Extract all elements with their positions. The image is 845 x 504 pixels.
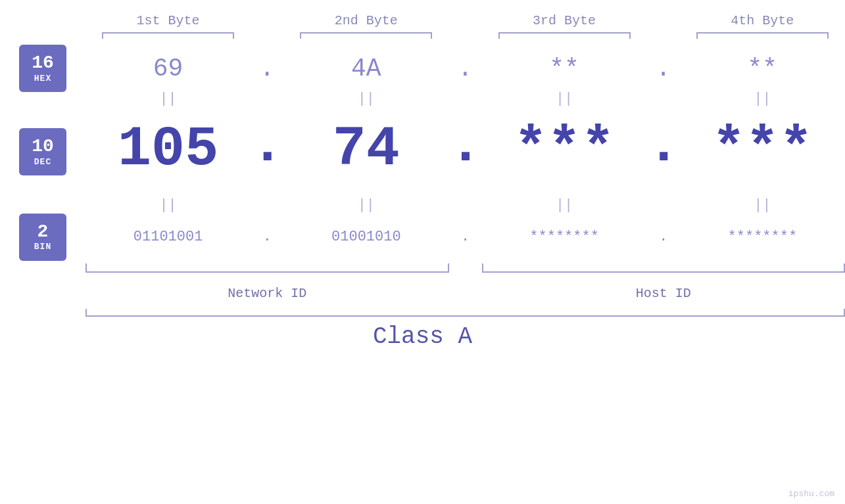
eq-3-dec-bin: || bbox=[556, 197, 573, 214]
hex-val-2: 4A bbox=[351, 55, 381, 83]
hex-dot-1: . bbox=[260, 55, 275, 83]
eq-3-hex-dec: || bbox=[556, 91, 573, 107]
dec-val-2: 74 bbox=[333, 118, 400, 181]
byte1-header: 1st Byte bbox=[137, 13, 200, 28]
eq-1-hex-dec: || bbox=[159, 91, 176, 107]
class-label: Class A bbox=[373, 323, 472, 350]
bin-val-2: 01001010 bbox=[331, 229, 401, 245]
watermark: ipshu.com bbox=[788, 489, 834, 499]
dec-badge: 10 DEC bbox=[19, 128, 66, 175]
dec-val-3: *** bbox=[514, 118, 615, 181]
bin-dot-2: . bbox=[461, 229, 470, 245]
bin-val-3: ******** bbox=[529, 229, 599, 245]
dec-dot-3: . bbox=[647, 114, 681, 177]
class-bracket bbox=[85, 309, 845, 317]
dec-dot-2: . bbox=[449, 114, 483, 177]
eq-2-dec-bin: || bbox=[358, 197, 375, 214]
hex-badge: 16 HEX bbox=[19, 45, 66, 92]
dec-val-1: 105 bbox=[118, 118, 218, 181]
byte2-bracket-top bbox=[300, 32, 432, 39]
main-container: 1st Byte 2nd Byte 3rd Byte 4th Byte bbox=[0, 0, 845, 504]
hex-dot-3: . bbox=[656, 55, 671, 83]
hex-dot-2: . bbox=[458, 55, 473, 83]
network-id-label: Network ID bbox=[228, 286, 306, 301]
eq-4-hex-dec: || bbox=[754, 91, 771, 107]
byte4-header: 4th Byte bbox=[731, 13, 794, 28]
byte3-bracket-top bbox=[498, 32, 631, 39]
hex-val-1: 69 bbox=[153, 55, 183, 83]
bin-dot-1: . bbox=[263, 229, 272, 245]
byte1-bracket-top bbox=[102, 32, 234, 39]
dec-val-4: *** bbox=[712, 118, 813, 181]
dec-dot-1: . bbox=[251, 114, 284, 177]
eq-1-dec-bin: || bbox=[159, 197, 176, 214]
eq-2-hex-dec: || bbox=[358, 91, 375, 107]
bin-val-4: ******** bbox=[728, 229, 798, 245]
byte4-bracket-top bbox=[696, 32, 829, 39]
byte3-header: 3rd Byte bbox=[533, 13, 596, 28]
bin-val-1: 01101001 bbox=[133, 229, 203, 245]
host-id-bracket bbox=[482, 263, 846, 273]
hex-val-4: ** bbox=[748, 55, 778, 83]
byte2-header: 2nd Byte bbox=[335, 13, 398, 28]
eq-4-dec-bin: || bbox=[754, 197, 771, 214]
bin-dot-3: . bbox=[659, 229, 667, 245]
hex-val-3: ** bbox=[549, 55, 579, 83]
host-id-label: Host ID bbox=[636, 286, 691, 301]
network-id-bracket bbox=[85, 263, 449, 273]
bin-badge: 2 BIN bbox=[19, 214, 66, 261]
